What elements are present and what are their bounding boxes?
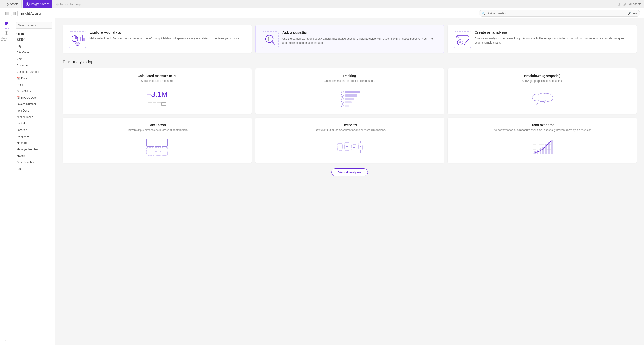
svg-rect-28 bbox=[345, 94, 357, 97]
sidebar-field-date[interactable]: 📅Date bbox=[14, 75, 54, 82]
analysis-card-overview[interactable]: Overview Show distribution of measures f… bbox=[255, 117, 444, 163]
kpi-number: +3.1M bbox=[147, 90, 168, 99]
search-bar: 🔍 🎤 en ▾ bbox=[479, 10, 640, 16]
panel-left-btn[interactable] bbox=[4, 10, 10, 16]
sidebar-field-city-code[interactable]: City Code bbox=[14, 49, 54, 56]
sidebar: Fields Master items ← Fiel bbox=[0, 18, 55, 345]
svg-line-21 bbox=[272, 42, 275, 44]
svg-rect-7 bbox=[4, 23, 8, 24]
geo-visual bbox=[452, 88, 632, 108]
analysis-card-geo[interactable]: Breakdown (geospatial) Show geographical… bbox=[448, 68, 636, 114]
fields-label: Fields bbox=[4, 27, 9, 30]
sidebar-field-customer[interactable]: Customer bbox=[14, 62, 54, 69]
ask-title: Ask a question bbox=[282, 31, 438, 35]
create-icon bbox=[453, 30, 470, 47]
create-title: Create an analysis bbox=[474, 30, 631, 34]
ranking-visual bbox=[260, 88, 440, 108]
svg-rect-69 bbox=[536, 150, 538, 154]
svg-rect-43 bbox=[147, 147, 154, 155]
kpi-visual: +3.1M bbox=[67, 88, 247, 108]
kpi-title: Calculated measure (KPI) bbox=[67, 74, 247, 78]
ranking-desc: Show dimensions in order of contribution… bbox=[260, 79, 440, 83]
sidebar-field-longitude[interactable]: Longitude bbox=[14, 133, 54, 140]
panel-toggle bbox=[4, 10, 18, 16]
explore-card-text: Explore your data Make selections in fie… bbox=[90, 30, 240, 40]
svg-rect-74 bbox=[551, 140, 553, 154]
svg-point-33 bbox=[341, 94, 344, 97]
sidebar-field-location[interactable]: Location bbox=[14, 127, 54, 133]
ask-card-text: Ask a question Use the search bar above … bbox=[282, 31, 438, 45]
edit-sheets-button[interactable]: Edit sheets bbox=[624, 2, 641, 6]
create-card: Create an analysis Choose an analysis ty… bbox=[448, 25, 636, 53]
sidebar-item-master-items[interactable]: Master items bbox=[1, 31, 12, 41]
sidebar-field-margin[interactable]: Margin bbox=[14, 153, 54, 159]
fields-section-label: Fields bbox=[13, 30, 55, 36]
microphone-icon[interactable]: 🎤 bbox=[628, 11, 631, 15]
sidebar-right: Fields %KEYCityCity CodeCostCustomerCust… bbox=[13, 18, 55, 345]
view-all-row: View all analyses bbox=[63, 168, 636, 176]
sidebar-field-grosssales[interactable]: GrossSales bbox=[14, 88, 54, 94]
svg-point-35 bbox=[341, 101, 344, 103]
svg-rect-31 bbox=[345, 105, 349, 107]
sidebar-field-invoice-number[interactable]: Invoice Number bbox=[14, 101, 54, 107]
sidebar-field-item-desc[interactable]: Item Desc bbox=[14, 107, 54, 114]
master-items-label: Master items bbox=[1, 37, 12, 41]
sidebar-field-order-number[interactable]: Order Number bbox=[14, 159, 54, 165]
top-nav: ◇ Assets Insight Advisor ⊙ No selections… bbox=[0, 0, 644, 8]
sidebar-field-pctkey[interactable]: %KEY bbox=[14, 36, 54, 43]
svg-rect-30 bbox=[345, 101, 352, 103]
svg-rect-2 bbox=[5, 12, 6, 15]
sidebar-field-manager[interactable]: Manager bbox=[14, 140, 54, 146]
analysis-card-breakdown[interactable]: Breakdown Show multiple dimensions in or… bbox=[63, 117, 252, 163]
svg-point-32 bbox=[341, 91, 344, 93]
sidebar-collapse-btn[interactable]: ← bbox=[4, 338, 8, 345]
kpi-dashes bbox=[148, 102, 166, 106]
trend-title: Trend over time bbox=[452, 123, 632, 127]
sidebar-field-desc[interactable]: Desc bbox=[14, 82, 54, 88]
analysis-card-trend[interactable]: Trend over time The performance of a mea… bbox=[448, 117, 636, 163]
svg-rect-13 bbox=[80, 37, 81, 41]
sidebar-field-latitude[interactable]: Latitude bbox=[14, 120, 54, 127]
sidebar-item-fields[interactable]: Fields bbox=[1, 20, 12, 30]
breakdown-desc: Show multiple dimensions in order of con… bbox=[67, 128, 247, 132]
panel-right-icon bbox=[13, 12, 16, 15]
svg-rect-40 bbox=[147, 139, 154, 146]
svg-rect-44 bbox=[155, 147, 158, 151]
view-all-button[interactable]: View all analyses bbox=[332, 168, 368, 176]
insight-advisor-tab[interactable]: Insight Advisor bbox=[22, 0, 52, 8]
sidebar-field-invoice-date[interactable]: 📅Invoice Date bbox=[14, 94, 54, 101]
svg-rect-3 bbox=[6, 12, 8, 15]
search-input[interactable] bbox=[479, 10, 640, 16]
search-assets-input[interactable] bbox=[16, 22, 52, 28]
no-selections-indicator: ⊙ No selections applied bbox=[56, 2, 84, 6]
page-title: Insight Advisor bbox=[20, 11, 41, 15]
ask-desc: Use the search bar above to ask a natura… bbox=[282, 37, 438, 45]
sidebar-field-city[interactable]: City bbox=[14, 43, 54, 49]
analysis-card-ranking[interactable]: Ranking Show dimensions in order of cont… bbox=[255, 68, 444, 114]
panel-right-btn[interactable] bbox=[11, 10, 18, 16]
content-area: Explore your data Make selections in fie… bbox=[55, 18, 644, 345]
overview-visual bbox=[260, 137, 440, 157]
svg-point-24 bbox=[458, 36, 459, 37]
svg-rect-5 bbox=[15, 12, 16, 15]
sidebar-fields-list: %KEYCityCity CodeCostCustomerCustomer Nu… bbox=[13, 36, 55, 172]
explore-card: Explore your data Make selections in fie… bbox=[63, 25, 252, 53]
svg-point-26 bbox=[459, 41, 461, 43]
svg-rect-29 bbox=[345, 98, 354, 100]
insight-icon bbox=[26, 2, 30, 6]
sidebar-field-manager-number[interactable]: Manager Number bbox=[14, 146, 54, 153]
language-selector[interactable]: en ▾ bbox=[633, 12, 638, 15]
sidebar-field-cost[interactable]: Cost bbox=[14, 56, 54, 62]
svg-rect-72 bbox=[545, 144, 547, 154]
kpi-desc: Show calculated measure. bbox=[67, 79, 247, 83]
assets-tab[interactable]: ◇ Assets bbox=[3, 0, 22, 8]
analysis-card-kpi[interactable]: Calculated measure (KPI) Show calculated… bbox=[63, 68, 252, 114]
sidebar-field-path[interactable]: Path bbox=[14, 165, 54, 172]
fields-icon bbox=[4, 21, 9, 27]
sidebar-field-customer-number[interactable]: Customer Number bbox=[14, 69, 54, 75]
grid-icon[interactable]: ⊞ bbox=[618, 2, 621, 6]
sidebar-field-item-number[interactable]: Item Number bbox=[14, 114, 54, 120]
sidebar-left-icons: Fields Master items ← bbox=[0, 18, 13, 345]
explore-icon bbox=[68, 30, 85, 47]
master-items-icon bbox=[4, 31, 9, 36]
